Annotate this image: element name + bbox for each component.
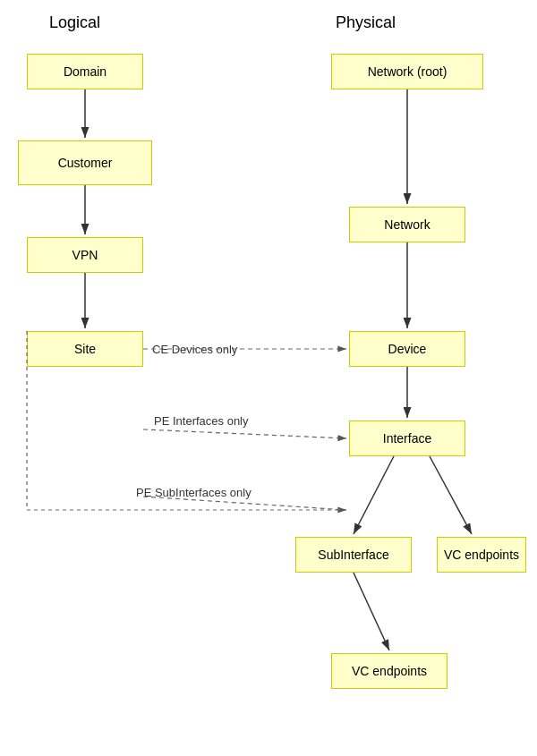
svg-line-9 xyxy=(430,456,472,534)
vpn-box: VPN xyxy=(27,237,143,273)
device-box: Device xyxy=(349,331,465,367)
interface-box: Interface xyxy=(349,420,465,456)
logical-title: Logical xyxy=(49,13,100,32)
svg-line-10 xyxy=(354,573,389,650)
subinterface-box: SubInterface xyxy=(295,537,412,573)
arrows-svg xyxy=(0,0,537,756)
network-root-box: Network (root) xyxy=(331,54,483,89)
vc-endpoints-2-box: VC endpoints xyxy=(331,653,448,689)
svg-line-14 xyxy=(143,429,346,438)
diagram: Logical Physical Domain Customer VPN Sit… xyxy=(0,0,537,756)
physical-title: Physical xyxy=(336,13,396,32)
pe-interfaces-label: PE Interfaces only xyxy=(154,414,249,428)
pe-subinterfaces-label: PE SubInterfaces only xyxy=(136,486,251,499)
domain-box: Domain xyxy=(27,54,143,89)
site-box: Site xyxy=(27,331,143,367)
svg-line-8 xyxy=(354,456,394,534)
network-box: Network xyxy=(349,207,465,242)
ce-devices-label: CE Devices only xyxy=(152,343,237,356)
customer-box: Customer xyxy=(18,140,152,185)
vc-endpoints-1-box: VC endpoints xyxy=(437,537,526,573)
